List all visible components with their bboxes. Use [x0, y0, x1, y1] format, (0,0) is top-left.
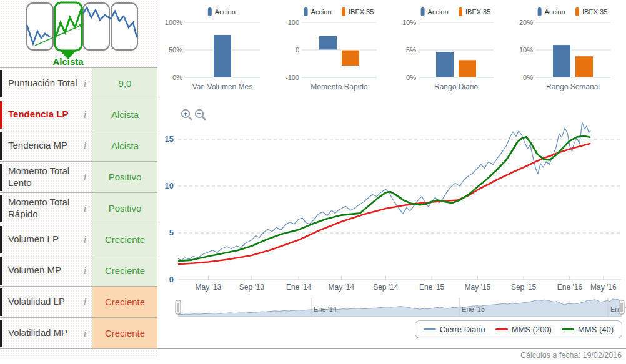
legend-label[interactable]: Accion — [545, 8, 565, 16]
indicator-row: Volumen LP i Creciente — [0, 224, 157, 255]
legend-marker[interactable] — [538, 7, 542, 16]
info-icon[interactable]: i — [77, 172, 92, 183]
x-axis-label: Ene '16 — [557, 283, 583, 292]
y-axis-label: 0 — [169, 275, 174, 284]
y-axis-label: 15 — [165, 134, 174, 144]
legend-swatch — [495, 328, 508, 330]
y-tick-label: 100% — [165, 19, 182, 26]
indicator-label: Tendencia MP — [2, 140, 77, 152]
indicator-label: Volumen MP — [2, 265, 77, 277]
indicator-value: Creciente — [92, 287, 157, 317]
x-axis-label: May '16 — [590, 283, 617, 292]
y-tick-label: 50% — [169, 46, 182, 54]
legend-marker[interactable] — [421, 7, 425, 16]
mini-chart-title: Var. Volumen Mes — [192, 82, 253, 91]
navigator-left-handle[interactable] — [176, 300, 181, 314]
x-axis-label: May '14 — [328, 283, 354, 292]
footer-divider — [156, 348, 626, 349]
indicator-value: Creciente — [92, 224, 157, 255]
legend-swatch — [424, 328, 436, 330]
navigator-label: Ene '15 — [462, 305, 485, 313]
y-tick-label: 20% — [519, 19, 533, 26]
indicator-row: Volatilidad MP i Creciente — [0, 318, 157, 349]
navigator-right-handle[interactable] — [619, 300, 624, 314]
info-icon[interactable]: i — [77, 78, 92, 89]
legend-label[interactable]: IBEX 35 — [465, 8, 490, 16]
indicator-value: Positivo — [92, 193, 157, 224]
x-axis-label: May '13 — [195, 283, 221, 292]
indicator-label: Momento Total Rápido — [2, 197, 77, 220]
info-icon[interactable]: i — [77, 297, 92, 308]
legend-label[interactable]: IBEX 35 — [349, 8, 374, 16]
indicator-value: Alcista — [92, 130, 157, 161]
navigator-label: Ene '14 — [314, 305, 337, 313]
price-chart: 051015May '13Sep '13Ene '14May '14Sep '1… — [157, 97, 626, 340]
legend-marker[interactable] — [342, 7, 345, 16]
legend-label[interactable]: Accion — [428, 8, 449, 16]
legend-label: Cierre Diario — [440, 325, 485, 334]
handle-grip — [619, 300, 624, 314]
bar-accion — [553, 45, 571, 77]
info-icon[interactable]: i — [77, 265, 92, 277]
y-tick-label: 10% — [402, 19, 416, 26]
mini-chart-title: Rango Semanal — [546, 82, 600, 91]
price-chart-wrap: 051015May '13Sep '13Ene '14May '14Sep '1… — [157, 97, 626, 340]
mini-chart-title: Momento Rápido — [311, 82, 368, 91]
indicator-row: Puntuación Total i 9,0 — [0, 68, 157, 99]
indicator-label: Volatilidad MP — [2, 327, 77, 339]
indicator-label: Tendencia LP — [2, 109, 77, 121]
legend-label[interactable]: Accion — [215, 8, 236, 16]
legend-marker[interactable] — [208, 7, 212, 16]
y-tick-label: 0% — [406, 74, 416, 81]
mini-bar-chart: 0%10%20%AccionIBEX 35Rango Semanal — [508, 0, 625, 97]
legend-label[interactable]: Accion — [311, 8, 332, 16]
x-axis-label: Sep '14 — [373, 283, 399, 292]
indicator-row: Tendencia LP i Alcista — [0, 99, 157, 130]
x-axis-label: Ene '14 — [286, 283, 312, 292]
legend-item[interactable]: MMS (40) — [562, 325, 614, 334]
indicator-value: Creciente — [92, 255, 157, 286]
indicator-row: Tendencia MP i Alcista — [0, 130, 157, 162]
indicator-label: Volumen LP — [2, 234, 77, 245]
info-icon[interactable]: i — [77, 140, 92, 152]
mini-bar-chart: -1000100AccionIBEX 35Momento Rápido — [274, 0, 391, 97]
bar-accion — [436, 52, 454, 77]
indicator-value: Alcista — [92, 99, 157, 130]
charts-panel: 0%50%100%AccionVar. Volumen Mes-1000100A… — [157, 0, 626, 364]
x-axis-label: May '15 — [464, 283, 490, 292]
info-icon[interactable]: i — [77, 234, 92, 245]
legend-item[interactable]: MMS (200) — [495, 325, 552, 334]
indicator-label: Momento Total Lento — [2, 165, 77, 189]
trend-state-label: Alcista — [27, 56, 109, 67]
legend-marker[interactable] — [575, 7, 579, 16]
chart-plot-area[interactable] — [178, 106, 622, 280]
mini-charts-row: 0%50%100%AccionVar. Volumen Mes-1000100A… — [157, 0, 626, 97]
legend-label[interactable]: IBEX 35 — [582, 8, 607, 16]
bar-ibex-35 — [342, 50, 360, 66]
info-icon[interactable]: i — [77, 203, 92, 214]
handle-grip — [176, 300, 181, 314]
info-icon[interactable]: i — [77, 328, 92, 339]
indicator-table: Puntuación Total i 9,0 Tendencia LP i Al… — [0, 67, 157, 349]
footer-note: Cálculos a fecha: 19/02/2016 — [520, 351, 622, 360]
indicator-value: 9,0 — [92, 68, 157, 99]
info-icon[interactable]: i — [77, 109, 92, 121]
legend-swatch — [562, 328, 574, 330]
y-tick-label: 100 — [288, 19, 299, 26]
x-axis-label: Sep '13 — [239, 283, 265, 292]
y-tick-label: 10% — [519, 46, 533, 54]
indicator-label: Puntuación Total — [2, 77, 77, 89]
y-tick-label: 5% — [406, 46, 416, 54]
trend-state-visual: Alcista — [0, 0, 157, 67]
legend-label: MMS (200) — [512, 325, 552, 334]
legend-marker[interactable] — [304, 7, 308, 16]
legend-label: MMS (40) — [578, 325, 614, 334]
indicator-value: Positivo — [92, 162, 157, 192]
chart-legend: Cierre DiarioMMS (200)MMS (40) — [415, 320, 622, 338]
indicator-row: Momento Total Rápido i Positivo — [0, 193, 157, 224]
bar-accion — [319, 36, 337, 50]
legend-item[interactable]: Cierre Diario — [424, 325, 485, 334]
mini-chart-title: Rango Diario — [434, 82, 478, 91]
indicator-row: Volumen MP i Creciente — [0, 255, 157, 287]
legend-marker[interactable] — [459, 7, 462, 16]
